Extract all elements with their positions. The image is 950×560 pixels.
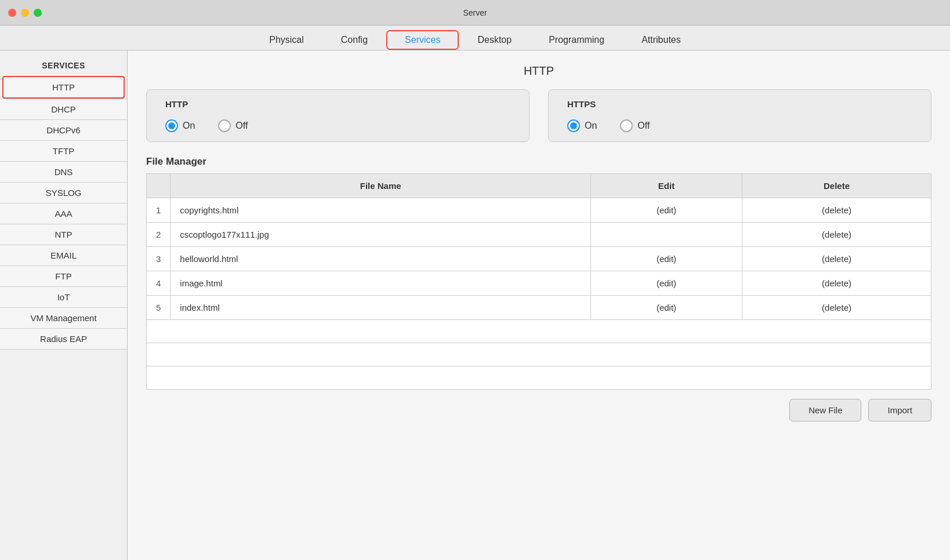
import-button[interactable]: Import bbox=[868, 399, 931, 421]
row2-delete-link[interactable]: (delete) bbox=[822, 230, 851, 239]
http-on-label: On bbox=[183, 121, 195, 131]
https-on-label: On bbox=[585, 121, 597, 131]
row3-num: 3 bbox=[147, 247, 171, 271]
window-title: Server bbox=[463, 8, 487, 17]
https-off-option[interactable]: Off bbox=[620, 119, 650, 132]
http-label: HTTP bbox=[165, 99, 510, 109]
col-delete: Delete bbox=[742, 174, 931, 198]
maximize-button[interactable] bbox=[34, 9, 42, 17]
table-row: 3 helloworld.html (edit) (delete) bbox=[147, 247, 931, 271]
row4-edit-link[interactable]: (edit) bbox=[657, 278, 676, 288]
empty-row-1 bbox=[147, 320, 931, 343]
file-manager-title: File Manager bbox=[146, 156, 931, 168]
http-on-option[interactable]: On bbox=[165, 119, 195, 132]
row5-filename: index.html bbox=[171, 296, 591, 320]
protocol-section: HTTP On Off HTTPS bbox=[146, 89, 931, 142]
row3-filename: helloworld.html bbox=[171, 247, 591, 271]
file-manager-section: File Manager File Name Edit Delete 1 cop… bbox=[146, 156, 931, 390]
http-off-label: Off bbox=[235, 121, 248, 131]
row1-delete[interactable]: (delete) bbox=[742, 198, 931, 223]
https-off-radio[interactable] bbox=[620, 119, 633, 132]
col-filename: File Name bbox=[171, 174, 591, 198]
https-box: HTTPS On Off bbox=[548, 89, 931, 142]
sidebar-item-http[interactable]: HTTP bbox=[2, 76, 125, 99]
sidebar-item-dhcpv6[interactable]: DHCPv6 bbox=[0, 119, 127, 140]
http-off-option[interactable]: Off bbox=[218, 119, 248, 132]
sidebar-header: SERVICES bbox=[0, 56, 127, 76]
content-panel: HTTP HTTP On Off HTTPS bbox=[128, 50, 950, 560]
https-radio-group: On Off bbox=[567, 119, 912, 132]
sidebar-item-ftp[interactable]: FTP bbox=[0, 266, 127, 286]
sidebar-item-email[interactable]: EMAIL bbox=[0, 245, 127, 266]
row5-num: 5 bbox=[147, 296, 171, 320]
row1-filename: copyrights.html bbox=[171, 198, 591, 223]
col-num bbox=[147, 174, 171, 198]
row3-delete[interactable]: (delete) bbox=[742, 247, 931, 271]
empty-cell bbox=[147, 366, 931, 390]
titlebar: Server bbox=[0, 0, 950, 26]
row4-edit[interactable]: (edit) bbox=[590, 271, 742, 296]
sidebar-item-ntp[interactable]: NTP bbox=[0, 224, 127, 245]
col-edit: Edit bbox=[590, 174, 742, 198]
close-button[interactable] bbox=[8, 9, 16, 17]
row3-edit-link[interactable]: (edit) bbox=[657, 254, 676, 264]
row5-edit[interactable]: (edit) bbox=[590, 296, 742, 320]
tab-physical[interactable]: Physical bbox=[251, 30, 322, 50]
https-on-radio[interactable] bbox=[567, 119, 580, 132]
http-box: HTTP On Off bbox=[146, 89, 530, 142]
new-file-button[interactable]: New File bbox=[789, 399, 861, 421]
row3-delete-link[interactable]: (delete) bbox=[822, 254, 851, 264]
sidebar-item-dns[interactable]: DNS bbox=[0, 161, 127, 182]
table-row: 5 index.html (edit) (delete) bbox=[147, 296, 931, 320]
row5-edit-link[interactable]: (edit) bbox=[657, 303, 676, 312]
row4-delete[interactable]: (delete) bbox=[742, 271, 931, 296]
table-row: 1 copyrights.html (edit) (delete) bbox=[147, 198, 931, 223]
tab-attributes[interactable]: Attributes bbox=[623, 30, 699, 50]
row1-delete-link[interactable]: (delete) bbox=[822, 205, 851, 215]
empty-row-3 bbox=[147, 366, 931, 390]
table-row: 2 cscoptlogo177x111.jpg (delete) bbox=[147, 223, 931, 247]
http-on-radio[interactable] bbox=[165, 119, 178, 132]
empty-cell bbox=[147, 320, 931, 343]
row2-num: 2 bbox=[147, 223, 171, 247]
sidebar-item-aaa[interactable]: AAA bbox=[0, 203, 127, 224]
empty-row-2 bbox=[147, 343, 931, 366]
table-header-row: File Name Edit Delete bbox=[147, 174, 931, 198]
sidebar-item-dhcp[interactable]: DHCP bbox=[0, 99, 127, 119]
sidebar-item-tftp[interactable]: TFTP bbox=[0, 140, 127, 161]
row1-edit[interactable]: (edit) bbox=[590, 198, 742, 223]
row2-edit bbox=[590, 223, 742, 247]
sidebar-item-radius-eap[interactable]: Radius EAP bbox=[0, 328, 127, 350]
row1-num: 1 bbox=[147, 198, 171, 223]
sidebar-item-vm-management[interactable]: VM Management bbox=[0, 307, 127, 328]
https-on-option[interactable]: On bbox=[567, 119, 597, 132]
http-off-radio[interactable] bbox=[218, 119, 231, 132]
https-label: HTTPS bbox=[567, 99, 912, 109]
row4-filename: image.html bbox=[171, 271, 591, 296]
row5-delete[interactable]: (delete) bbox=[742, 296, 931, 320]
tab-services[interactable]: Services bbox=[386, 30, 459, 50]
file-table: File Name Edit Delete 1 copyrights.html … bbox=[146, 173, 931, 390]
bottom-bar: New File Import bbox=[146, 399, 931, 427]
row4-num: 4 bbox=[147, 271, 171, 296]
row3-edit[interactable]: (edit) bbox=[590, 247, 742, 271]
main-area: SERVICES HTTP DHCP DHCPv6 TFTP DNS SYSLO… bbox=[0, 50, 950, 560]
window-controls bbox=[8, 9, 42, 17]
row2-delete[interactable]: (delete) bbox=[742, 223, 931, 247]
http-radio-group: On Off bbox=[165, 119, 510, 132]
row1-edit-link[interactable]: (edit) bbox=[657, 205, 676, 215]
minimize-button[interactable] bbox=[21, 9, 29, 17]
sidebar-item-iot[interactable]: IoT bbox=[0, 286, 127, 307]
tab-desktop[interactable]: Desktop bbox=[459, 30, 530, 50]
tab-config[interactable]: Config bbox=[322, 30, 386, 50]
table-row: 4 image.html (edit) (delete) bbox=[147, 271, 931, 296]
row4-delete-link[interactable]: (delete) bbox=[822, 278, 851, 288]
content-title: HTTP bbox=[146, 64, 931, 78]
tab-programming[interactable]: Programming bbox=[530, 30, 623, 50]
sidebar-item-syslog[interactable]: SYSLOG bbox=[0, 182, 127, 203]
row2-filename: cscoptlogo177x111.jpg bbox=[171, 223, 591, 247]
empty-cell bbox=[147, 343, 931, 366]
sidebar: SERVICES HTTP DHCP DHCPv6 TFTP DNS SYSLO… bbox=[0, 50, 128, 560]
tabbar: Physical Config Services Desktop Program… bbox=[0, 26, 950, 50]
row5-delete-link[interactable]: (delete) bbox=[822, 303, 851, 312]
